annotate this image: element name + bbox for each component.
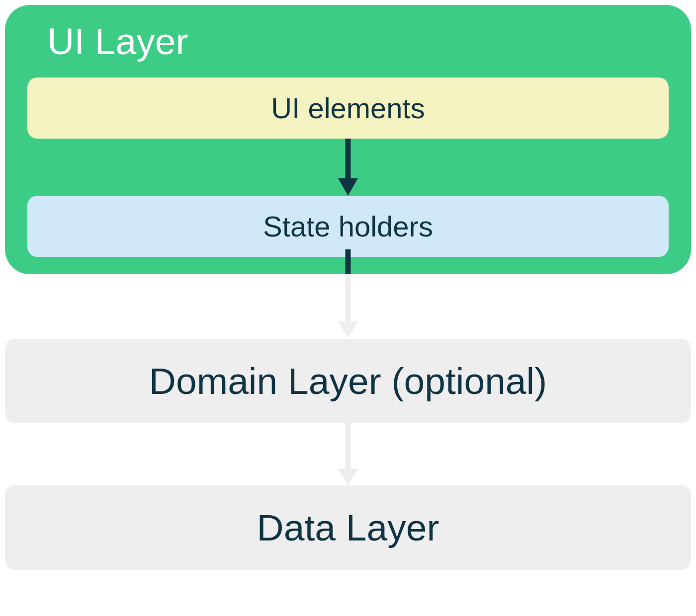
arrow-ui-to-state — [27, 139, 669, 196]
arrow-down-icon — [333, 139, 363, 198]
architecture-diagram: UI Layer UI elements State holders Domai… — [5, 5, 691, 611]
data-layer-box: Data Layer — [5, 485, 691, 570]
arrow-down-icon — [333, 423, 363, 487]
ui-elements-box: UI elements — [27, 77, 669, 139]
ui-layer-container: UI Layer UI elements State holders — [5, 5, 691, 274]
domain-layer-box: Domain Layer (optional) — [5, 339, 691, 423]
arrow-down-icon — [333, 249, 363, 339]
state-holders-box: State holders — [27, 196, 669, 257]
svg-marker-6 — [338, 469, 358, 485]
ui-layer-title: UI Layer — [47, 20, 669, 63]
svg-marker-1 — [338, 178, 358, 196]
svg-marker-4 — [338, 321, 358, 338]
